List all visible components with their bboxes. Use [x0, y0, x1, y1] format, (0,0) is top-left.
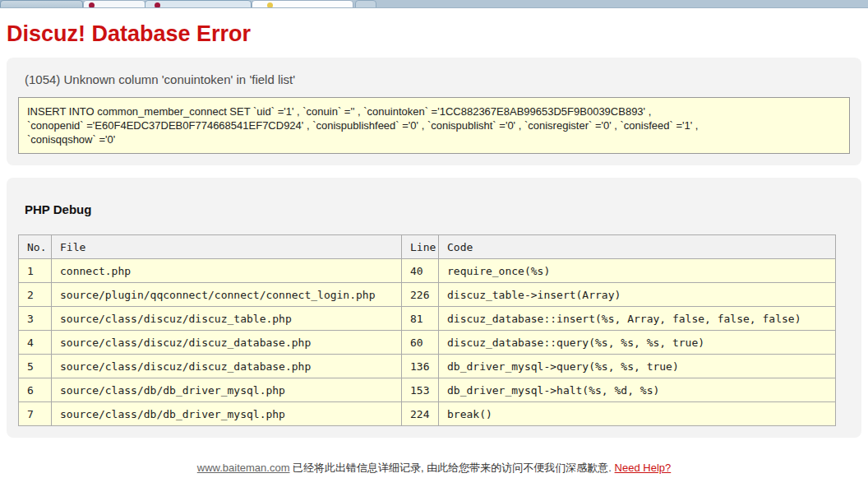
table-row: 3source/class/discuz/discuz_table.php81d…	[19, 307, 836, 331]
cell-line: 136	[402, 355, 439, 378]
column-header-file: File	[52, 235, 402, 259]
red-site-favicon-icon	[89, 2, 95, 8]
cell-no: 1	[19, 259, 52, 283]
cell-file: source/plugin/qqconnect/connect/connect_…	[52, 283, 402, 307]
site-link[interactable]: www.baiteman.com	[197, 462, 290, 474]
need-help-link[interactable]: Need Help?	[615, 462, 672, 474]
browser-tab-1[interactable]	[0, 0, 83, 8]
column-header-code: Code	[439, 235, 836, 259]
table-row: 2source/plugin/qqconnect/connect/connect…	[19, 283, 836, 307]
browser-tab-3[interactable]	[145, 0, 252, 8]
cell-code: discuz_table->insert(Array)	[439, 283, 836, 307]
red-site-favicon-icon	[155, 2, 160, 8]
cell-code: discuz_database::query(%s, %s, %s, true)	[439, 331, 836, 355]
sql-query-box: INSERT INTO common_member_connect SET `u…	[18, 97, 850, 154]
cell-code: discuz_database::insert(%s, Array, false…	[439, 307, 836, 331]
cell-file: source/class/discuz/discuz_table.php	[52, 307, 402, 331]
error-panel: (1054) Unknown column 'conuintoken' in '…	[7, 58, 861, 165]
error-message: (1054) Unknown column 'conuintoken' in '…	[25, 72, 850, 86]
footer-message: 已经将此出错信息详细记录, 由此给您带来的访问不便我们深感歉意.	[293, 462, 612, 474]
column-header-no: No.	[19, 235, 52, 259]
cell-file: source/class/db/db_driver_mysql.php	[52, 402, 402, 426]
cell-file: source/class/db/db_driver_mysql.php	[52, 378, 402, 402]
browser-tab-stub[interactable]	[355, 0, 376, 8]
cell-code: db_driver_mysql->halt(%s, %d, %s)	[439, 378, 836, 402]
cell-no: 5	[19, 355, 52, 378]
cell-line: 153	[402, 378, 439, 402]
table-header-row: No. File Line Code	[19, 235, 836, 259]
cell-no: 7	[19, 402, 52, 426]
cell-line: 226	[402, 283, 439, 307]
cell-line: 40	[402, 259, 439, 283]
php-debug-panel: PHP Debug No. File Line Code 1connect.ph…	[7, 178, 861, 438]
table-row: 6source/class/db/db_driver_mysql.php153d…	[19, 378, 836, 402]
cell-no: 6	[19, 378, 52, 402]
browser-tab-2-active[interactable]	[83, 0, 145, 8]
footer: www.baiteman.com 已经将此出错信息详细记录, 由此给您带来的访问…	[0, 461, 868, 476]
cell-no: 4	[19, 331, 52, 355]
cell-line: 60	[402, 331, 439, 355]
table-row: 4source/class/discuz/discuz_database.php…	[19, 331, 836, 355]
cell-code: require_once(%s)	[439, 259, 836, 283]
cell-no: 3	[19, 307, 52, 331]
table-row: 1connect.php40require_once(%s)	[19, 259, 836, 283]
cell-line: 224	[402, 402, 439, 426]
cell-file: source/class/discuz/discuz_database.php	[52, 331, 402, 355]
table-row: 7source/class/db/db_driver_mysql.php224b…	[19, 402, 836, 426]
cell-code: db_driver_mysql->query(%s, %s, true)	[439, 355, 836, 378]
debug-table-body: 1connect.php40require_once(%s)2source/pl…	[19, 259, 836, 426]
cell-file: source/class/discuz/discuz_database.php	[52, 355, 402, 378]
cell-no: 2	[19, 283, 52, 307]
php-debug-heading: PHP Debug	[25, 202, 850, 216]
browser-tab-bar	[0, 0, 868, 8]
yellow-site-favicon-icon	[267, 2, 273, 8]
cell-file: connect.php	[52, 259, 402, 283]
table-row: 5source/class/discuz/discuz_database.php…	[19, 355, 836, 378]
browser-tab-4[interactable]	[252, 0, 353, 8]
cell-code: break()	[439, 402, 836, 426]
column-header-line: Line	[402, 235, 439, 259]
cell-line: 81	[402, 307, 439, 331]
page-title: Discuz! Database Error	[7, 21, 868, 47]
php-debug-table: No. File Line Code 1connect.php40require…	[18, 234, 836, 426]
